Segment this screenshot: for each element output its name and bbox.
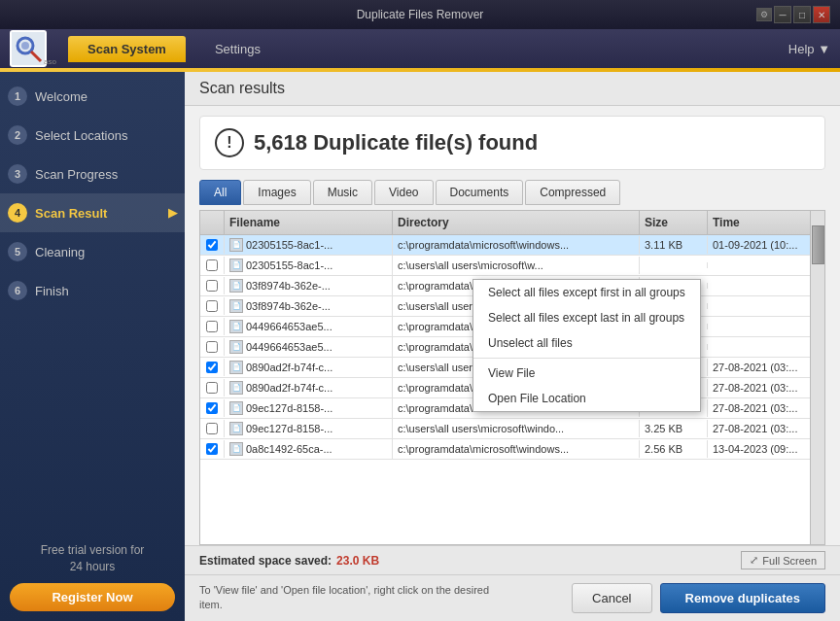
remove-duplicates-button[interactable]: Remove duplicates <box>660 583 826 613</box>
context-open-location[interactable]: Open File Location <box>473 386 700 411</box>
row-checkbox-4[interactable] <box>200 297 225 315</box>
row-checkbox-11[interactable] <box>200 440 225 458</box>
app-logo <box>10 30 47 67</box>
table-row: 📄02305155-8ac1-... c:\programdata\micros… <box>200 235 824 256</box>
filter-tab-images[interactable]: Images <box>243 180 310 205</box>
aso-label: aso <box>44 57 56 66</box>
row-time-11: 13-04-2023 (09:... <box>708 440 824 458</box>
sidebar-item-finish-label: Finish <box>35 284 69 298</box>
scroll-bar[interactable] <box>810 211 824 544</box>
register-button[interactable]: Register Now <box>10 583 175 611</box>
results-count: 5,618 Duplicate file(s) found <box>254 130 538 155</box>
row-time-3 <box>708 283 824 289</box>
file-icon: 📄 <box>229 299 243 313</box>
sidebar-item-cleaning[interactable]: 5 Cleaning <box>0 232 185 271</box>
row-directory-10: c:\users\all users\microsoft\windo... <box>393 420 640 437</box>
bottom-info-bar: Estimated space saved: 23.0 KB ⤢ Full Sc… <box>185 545 840 574</box>
sidebar-item-select-locations[interactable]: 2 Select Locations <box>0 116 185 155</box>
sidebar-item-scan-progress[interactable]: 3 Scan Progress <box>0 155 185 193</box>
row-checkbox-10[interactable] <box>200 420 225 437</box>
file-icon: 📄 <box>229 320 243 333</box>
estimated-space-label: Estimated space saved: <box>199 554 332 568</box>
sidebar-arrow-icon: ▶ <box>168 206 177 220</box>
step-5-num: 5 <box>8 242 27 261</box>
row-checkbox-9[interactable] <box>200 399 225 417</box>
row-checkbox-5[interactable] <box>200 318 225 335</box>
step-4-num: 4 <box>8 203 27 223</box>
filter-tab-video[interactable]: Video <box>374 180 433 205</box>
context-select-except-last[interactable]: Select all files except last in all grou… <box>473 305 700 330</box>
settings-tab[interactable]: Settings <box>195 36 280 62</box>
cancel-button[interactable]: Cancel <box>572 583 651 613</box>
row-filename-8: 📄0890ad2f-b74f-c... <box>225 378 393 397</box>
footer-buttons: Cancel Remove duplicates <box>572 583 825 613</box>
file-icon: 📄 <box>229 442 243 456</box>
filter-tabs: All Images Music Video Documents Compres… <box>199 180 825 205</box>
row-time-9: 27-08-2021 (03:... <box>708 399 824 417</box>
sidebar: 1 Welcome 2 Select Locations 3 Scan Prog… <box>0 72 185 621</box>
row-filename-4: 📄03f8974b-362e-... <box>225 296 393 316</box>
row-time-10: 27-08-2021 (03:... <box>708 420 824 437</box>
sidebar-item-scan-progress-label: Scan Progress <box>35 167 118 182</box>
row-directory-11: c:\programdata\microsoft\windows... <box>393 440 640 458</box>
file-icon: 📄 <box>229 381 243 395</box>
row-time-5 <box>708 324 824 329</box>
row-checkbox-2[interactable] <box>200 257 225 274</box>
filter-tab-all[interactable]: All <box>199 180 241 205</box>
sidebar-item-welcome[interactable]: 1 Welcome <box>0 77 185 116</box>
sidebar-item-welcome-label: Welcome <box>35 89 88 104</box>
th-check <box>200 211 225 234</box>
row-checkbox-6[interactable] <box>200 338 225 356</box>
filter-tab-compressed[interactable]: Compressed <box>525 180 620 205</box>
file-icon: 📄 <box>229 259 243 272</box>
scroll-thumb[interactable] <box>812 225 824 264</box>
row-time-6 <box>708 344 824 350</box>
row-checkbox-8[interactable] <box>200 379 225 397</box>
row-size-11: 2.56 KB <box>640 440 708 458</box>
sidebar-item-cleaning-label: Cleaning <box>35 245 85 259</box>
app-title: Duplicate Files Remover <box>357 8 484 21</box>
context-unselect-all[interactable]: Unselect all files <box>473 330 700 356</box>
content-area: Scan results ! 5,618 Duplicate file(s) f… <box>185 72 840 621</box>
th-time: Time <box>708 211 824 234</box>
fullscreen-button[interactable]: ⤢ Full Screen <box>741 551 825 569</box>
filter-tab-documents[interactable]: Documents <box>436 180 524 205</box>
row-filename-3: 📄03f8974b-362e-... <box>225 276 393 295</box>
fullscreen-icon: ⤢ <box>750 554 758 567</box>
row-time-8: 27-08-2021 (03:... <box>708 379 824 397</box>
footer-note: To 'View file' and 'Open file location',… <box>199 583 491 613</box>
content-title: Scan results <box>199 80 825 97</box>
table-row: 📄02305155-8ac1-... c:\users\all users\mi… <box>200 256 824 276</box>
menu-bar: aso Scan System Settings Help ▼ <box>0 29 840 68</box>
file-icon: 📄 <box>229 238 243 252</box>
minimize-button[interactable]: ─ <box>774 6 791 23</box>
row-size-2 <box>640 262 708 268</box>
row-time-7: 27-08-2021 (03:... <box>708 359 824 376</box>
free-trial-section: Free trial version for24 hours Register … <box>0 533 185 621</box>
sidebar-item-finish[interactable]: 6 Finish <box>0 271 185 310</box>
file-icon: 📄 <box>229 401 243 415</box>
sidebar-item-scan-result[interactable]: 4 Scan Result ▶ <box>0 193 185 232</box>
row-filename-2: 📄02305155-8ac1-... <box>225 256 393 275</box>
row-checkbox-3[interactable] <box>200 277 225 294</box>
scan-system-tab[interactable]: Scan System <box>68 36 186 62</box>
row-checkbox-1[interactable] <box>200 236 225 254</box>
svg-point-2 <box>21 42 29 50</box>
context-select-except-first[interactable]: Select all files except first in all gro… <box>473 280 700 305</box>
row-time-1: 01-09-2021 (10:... <box>708 236 824 254</box>
context-view-file[interactable]: View File <box>473 361 700 386</box>
help-button[interactable]: Help ▼ <box>788 42 830 56</box>
row-filename-10: 📄09ec127d-8158-... <box>225 419 393 438</box>
close-button[interactable]: ✕ <box>813 6 830 23</box>
row-checkbox-7[interactable] <box>200 359 225 376</box>
filter-tab-music[interactable]: Music <box>313 180 372 205</box>
settings-icon[interactable]: ⚙ <box>756 8 772 21</box>
row-filename-6: 📄0449664653ae5... <box>225 337 393 357</box>
row-filename-9: 📄09ec127d-8158-... <box>225 398 393 418</box>
th-filename: Filename <box>225 211 393 234</box>
maximize-button[interactable]: □ <box>793 6 811 23</box>
step-3-num: 3 <box>8 164 27 184</box>
table-row: 📄09ec127d-8158-... c:\users\all users\mi… <box>200 419 824 439</box>
th-directory: Directory <box>393 211 640 234</box>
table-header: Filename Directory Size Time <box>200 211 824 235</box>
